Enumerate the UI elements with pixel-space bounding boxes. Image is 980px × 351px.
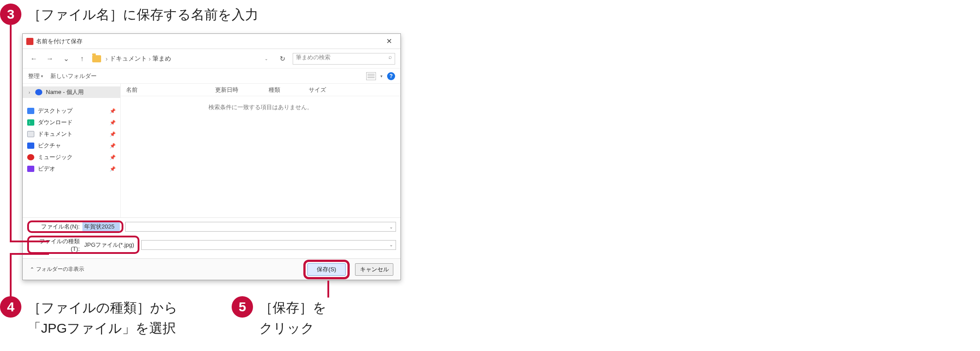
filetype-select-highlighted[interactable]: JPGファイル(*.jpg) xyxy=(82,241,136,249)
sidebar-item-label: ミュージック xyxy=(38,153,73,161)
onedrive-icon xyxy=(35,89,42,95)
save-button-highlight: 保存(S) xyxy=(303,260,350,279)
sidebar-root[interactable]: › Name - 個人用 xyxy=(23,86,120,98)
chevron-up-icon: ⌃ xyxy=(30,266,34,273)
breadcrumb-seg-1: ドキュメント xyxy=(110,55,147,63)
new-folder-button[interactable]: 新しいフォルダー xyxy=(50,72,97,80)
callout-line-4v xyxy=(10,253,12,297)
cancel-button[interactable]: キャンセル xyxy=(355,263,393,276)
sidebar-item-label: デスクトップ xyxy=(38,107,73,115)
sidebar-item-label: ドキュメント xyxy=(38,130,73,138)
callout-text-4-line1: ［ファイルの種類］から xyxy=(28,298,178,318)
sidebar-item-desktop[interactable]: デスクトップ 📌 xyxy=(23,105,120,117)
pin-icon: 📌 xyxy=(110,120,116,126)
callout-num-3: 3 xyxy=(7,7,15,22)
callout-text-5-line1: ［保存］を xyxy=(259,298,327,318)
document-icon xyxy=(27,131,34,137)
nav-row: ← → ⌄ ↑ › ドキュメント › 筆まめ ⌄ ↻ 筆まめの検索 ⌕ xyxy=(23,49,400,69)
hide-folders-label: フォルダーの非表示 xyxy=(36,265,84,273)
callout-line-4h xyxy=(10,253,49,255)
callout-num-5: 5 xyxy=(239,299,246,314)
cancel-label: キャンセル xyxy=(360,265,389,273)
callout-badge-3: 3 xyxy=(0,4,21,25)
pin-icon: 📌 xyxy=(110,155,116,160)
filetype-row: ファイルの種類(T): JPGファイル(*.jpg) ⌄ xyxy=(27,236,396,254)
hide-folders-toggle[interactable]: ⌃ フォルダーの非表示 xyxy=(30,265,84,273)
caret-icon: ▾ xyxy=(380,74,383,78)
nav-up-button[interactable]: ↑ xyxy=(76,53,88,65)
video-icon xyxy=(27,166,34,172)
sidebar-item-music[interactable]: ミュージック 📌 xyxy=(23,151,120,163)
col-name[interactable]: 名前 xyxy=(121,86,210,94)
toolbar-row: 整理 ▾ 新しいフォルダー ▾ ? xyxy=(23,69,400,84)
music-icon xyxy=(27,154,34,160)
callout-text-5-line2: クリック xyxy=(259,318,314,338)
sidebar-item-videos[interactable]: ビデオ 📌 xyxy=(23,163,120,175)
callout-line-3h xyxy=(10,241,49,242)
dialog-footer: ⌃ フォルダーの非表示 保存(S) キャンセル xyxy=(23,258,400,280)
pin-icon: 📌 xyxy=(110,108,116,114)
filename-input-highlighted[interactable]: 年賀状2025 xyxy=(82,222,120,231)
app-icon xyxy=(26,38,33,45)
breadcrumb-seg-2: 筆まめ xyxy=(152,55,171,63)
folder-icon xyxy=(92,55,101,62)
caret-icon: ▾ xyxy=(41,74,43,78)
arrange-menu[interactable]: 整理 ▾ xyxy=(28,72,43,80)
filetype-label: ファイルの種類(T): xyxy=(31,237,80,252)
col-date[interactable]: 更新日時 xyxy=(210,86,263,94)
save-label: 保存(S) xyxy=(317,265,336,273)
callout-text-4-line2: 「JPGファイル」を選択 xyxy=(28,318,176,338)
nav-back-button[interactable]: ← xyxy=(28,53,40,65)
file-area: 名前 更新日時 種類 サイズ 検索条件に一致する項目はありません。 xyxy=(121,84,400,217)
arrange-label: 整理 xyxy=(28,72,40,80)
filetype-select-full[interactable]: ⌄ xyxy=(141,240,396,250)
dropdown-caret-icon: ⌄ xyxy=(389,224,393,229)
filetype-value: JPGファイル(*.jpg) xyxy=(84,241,134,249)
nav-dropdown-caret[interactable]: ⌄ xyxy=(60,53,72,65)
filename-row: ファイル名(N): 年賀状2025 ⌄ xyxy=(27,220,396,233)
sidebar: › Name - 個人用 デスクトップ 📌 ↓ ダウンロード 📌 ドキュメント xyxy=(23,84,121,217)
dialog-body: › Name - 個人用 デスクトップ 📌 ↓ ダウンロード 📌 ドキュメント xyxy=(23,84,400,217)
search-input[interactable]: 筆まめの検索 ⌕ xyxy=(293,53,395,65)
desktop-icon xyxy=(27,108,34,114)
sidebar-item-downloads[interactable]: ↓ ダウンロード 📌 xyxy=(23,117,120,128)
pictures-icon xyxy=(27,143,34,149)
dialog-title: 名前を付けて保存 xyxy=(36,37,381,45)
sidebar-item-label: ビデオ xyxy=(38,165,55,173)
file-headers: 名前 更新日時 種類 サイズ xyxy=(121,84,400,96)
callout-badge-4: 4 xyxy=(0,296,21,318)
nav-forward-button[interactable]: → xyxy=(44,53,56,65)
chevron-right-icon: › xyxy=(27,90,32,95)
callout-badge-5: 5 xyxy=(232,296,253,318)
callout-text-3: ［ファイル名］に保存する名前を入力 xyxy=(28,4,258,24)
col-size[interactable]: サイズ xyxy=(303,86,343,94)
help-icon[interactable]: ? xyxy=(387,72,395,80)
breadcrumb-dropdown[interactable]: ⌄ xyxy=(261,53,272,65)
refresh-button[interactable]: ↻ xyxy=(277,53,288,65)
sidebar-item-documents[interactable]: ドキュメント 📌 xyxy=(23,128,120,140)
sidebar-item-label: ダウンロード xyxy=(38,118,73,127)
empty-message: 検索条件に一致する項目はありません。 xyxy=(121,96,400,217)
sidebar-root-label: Name - 個人用 xyxy=(46,88,84,96)
callout-line-5v xyxy=(327,281,329,298)
pin-icon: 📌 xyxy=(110,143,116,149)
filename-input-full[interactable]: ⌄ xyxy=(125,222,396,232)
close-button[interactable]: ✕ xyxy=(381,36,397,47)
col-type[interactable]: 種類 xyxy=(263,86,303,94)
filename-value: 年賀状2025 xyxy=(84,223,114,231)
pin-icon: 📌 xyxy=(110,131,116,137)
new-folder-label: 新しいフォルダー xyxy=(50,72,97,80)
search-icon: ⌕ xyxy=(388,53,392,60)
sidebar-item-label: ピクチャ xyxy=(38,142,61,150)
view-toggle-button[interactable] xyxy=(366,72,376,80)
titlebar: 名前を付けて保存 ✕ xyxy=(23,34,400,49)
dropdown-caret-icon: ⌄ xyxy=(389,242,393,247)
field-rows: ファイル名(N): 年賀状2025 ⌄ ファイルの種類(T): JPGファイル(… xyxy=(23,217,400,258)
sidebar-item-pictures[interactable]: ピクチャ 📌 xyxy=(23,140,120,151)
save-as-dialog: 名前を付けて保存 ✕ ← → ⌄ ↑ › ドキュメント › 筆まめ ⌄ ↻ 筆ま… xyxy=(22,33,401,280)
breadcrumb-sep: › xyxy=(106,55,108,62)
breadcrumb[interactable]: › ドキュメント › 筆まめ xyxy=(106,55,171,63)
save-button[interactable]: 保存(S) xyxy=(307,263,346,276)
breadcrumb-sep: › xyxy=(149,55,151,62)
callout-line-3v xyxy=(10,25,12,242)
